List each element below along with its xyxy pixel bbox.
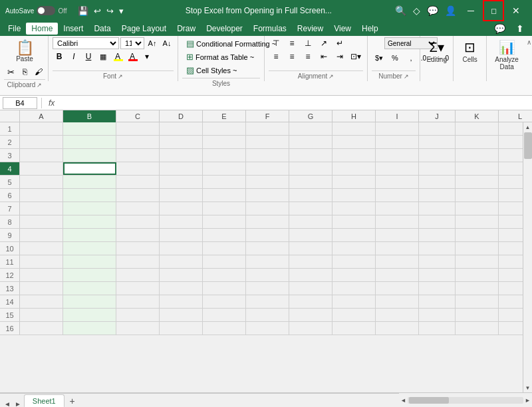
cell-G4[interactable] [289, 162, 332, 175]
cell-J4[interactable] [419, 162, 456, 175]
cell-J1[interactable] [419, 122, 456, 135]
font-size-select[interactable]: 11 [120, 37, 144, 49]
cell-E16[interactable] [203, 322, 246, 335]
col-header-j[interactable]: J [419, 110, 456, 122]
col-header-l[interactable]: L [499, 110, 532, 122]
cell-B12[interactable] [63, 269, 116, 281]
cell-E11[interactable] [203, 255, 246, 268]
cell-C7[interactable] [116, 202, 160, 215]
cell-J5[interactable] [419, 176, 456, 188]
increase-indent-button[interactable]: ⇥ [332, 51, 347, 63]
cell-H11[interactable] [332, 255, 376, 268]
cell-A16[interactable] [20, 322, 63, 335]
cell-L5[interactable] [499, 176, 523, 188]
cell-K7[interactable] [456, 202, 499, 215]
decrease-indent-button[interactable]: ⇤ [317, 51, 331, 63]
cell-F6[interactable] [246, 189, 289, 202]
cell-E3[interactable] [203, 149, 246, 162]
col-header-f[interactable]: F [246, 110, 289, 122]
cell-H5[interactable] [332, 176, 376, 188]
cell-C5[interactable] [116, 176, 160, 188]
menu-home[interactable]: Home [26, 23, 58, 35]
cell-B15[interactable] [63, 309, 116, 321]
cell-K12[interactable] [456, 269, 499, 281]
font-family-select[interactable]: Calibri [53, 37, 119, 49]
cell-L7[interactable] [499, 202, 523, 215]
cell-C12[interactable] [116, 269, 160, 281]
cell-K9[interactable] [456, 229, 499, 241]
cell-B5[interactable] [63, 176, 116, 188]
col-header-i[interactable]: I [376, 110, 419, 122]
cell-G9[interactable] [289, 229, 332, 241]
align-left-button[interactable]: ≡ [269, 51, 283, 63]
cell-L9[interactable] [499, 229, 523, 241]
cell-E13[interactable] [203, 282, 246, 295]
cell-D5[interactable] [160, 176, 203, 188]
cell-L15[interactable] [499, 309, 523, 321]
cell-E2[interactable] [203, 136, 246, 148]
scroll-thumb[interactable] [524, 132, 532, 159]
cell-B10[interactable] [63, 242, 116, 255]
restore-button[interactable]: ◻ [483, 0, 504, 21]
cell-B16[interactable] [63, 322, 116, 335]
cell-I4[interactable] [376, 162, 419, 175]
align-center-button[interactable]: ≡ [285, 51, 299, 63]
cell-G1[interactable] [289, 122, 332, 135]
cell-L16[interactable] [499, 322, 523, 335]
align-top-button[interactable]: ⊤ [269, 37, 283, 49]
comma-button[interactable]: , [404, 52, 418, 64]
borders-dropdown[interactable]: ▾ [140, 51, 154, 63]
cell-J2[interactable] [419, 136, 456, 148]
cell-D8[interactable] [160, 215, 203, 228]
vertical-scrollbar[interactable]: ▲ ▼ [523, 122, 532, 392]
sheet-tab-sheet1[interactable]: Sheet1 [24, 394, 65, 407]
cell-H1[interactable] [332, 122, 376, 135]
cell-J8[interactable] [419, 215, 456, 228]
undo-icon[interactable]: ↩ [92, 5, 102, 17]
cell-D4[interactable] [160, 162, 203, 175]
col-header-h[interactable]: H [332, 110, 376, 122]
cell-H15[interactable] [332, 309, 376, 321]
cell-I7[interactable] [376, 202, 419, 215]
search-icon[interactable]: 🔍 [392, 5, 409, 16]
cell-K16[interactable] [456, 322, 499, 335]
cell-C8[interactable] [116, 215, 160, 228]
cell-K4[interactable] [456, 162, 499, 175]
cell-G12[interactable] [289, 269, 332, 281]
cell-H12[interactable] [332, 269, 376, 281]
cell-F5[interactable] [246, 176, 289, 188]
cell-H2[interactable] [332, 136, 376, 148]
cell-styles-button[interactable]: ▨ Cell Styles ~ [182, 64, 241, 76]
cell-K2[interactable] [456, 136, 499, 148]
cell-D2[interactable] [160, 136, 203, 148]
cell-C16[interactable] [116, 322, 160, 335]
cell-D11[interactable] [160, 255, 203, 268]
cell-I10[interactable] [376, 242, 419, 255]
cell-L10[interactable] [499, 242, 523, 255]
cell-L6[interactable] [499, 189, 523, 202]
cell-G14[interactable] [289, 295, 332, 308]
cell-F2[interactable] [246, 136, 289, 148]
cell-D6[interactable] [160, 189, 203, 202]
share-ribbon-icon[interactable]: ⬆ [511, 22, 529, 35]
cell-E8[interactable] [203, 215, 246, 228]
cell-B8[interactable] [63, 215, 116, 228]
cell-I15[interactable] [376, 309, 419, 321]
cell-F13[interactable] [246, 282, 289, 295]
redo-icon[interactable]: ↪ [105, 5, 115, 17]
cell-G8[interactable] [289, 215, 332, 228]
cell-K13[interactable] [456, 282, 499, 295]
cell-D15[interactable] [160, 309, 203, 321]
cell-A14[interactable] [20, 295, 63, 308]
cell-I13[interactable] [376, 282, 419, 295]
minimize-button[interactable]: ─ [460, 0, 481, 21]
cell-L8[interactable] [499, 215, 523, 228]
analyze-data-button[interactable]: 📊 Analyze Data [491, 37, 523, 72]
cell-D9[interactable] [160, 229, 203, 241]
formula-input[interactable] [60, 97, 529, 109]
cell-K6[interactable] [456, 189, 499, 202]
fill-color-button[interactable]: A [111, 51, 124, 63]
alignment-expand[interactable]: ↗ [329, 73, 334, 80]
editing-button[interactable]: Σ▾ Editing [422, 37, 451, 65]
merge-center-button[interactable]: ⊡▾ [348, 51, 363, 63]
